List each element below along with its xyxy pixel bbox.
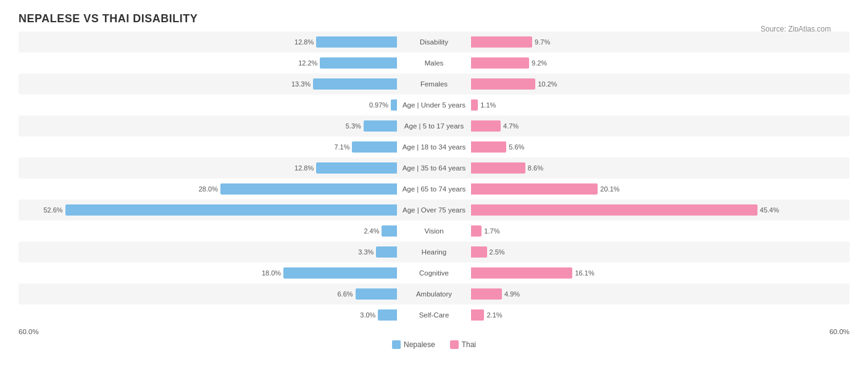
left-bar-wrap: 0.97%: [19, 99, 397, 111]
left-bar: [382, 225, 397, 237]
left-value: 52.6%: [43, 206, 62, 214]
left-side: 13.3%: [19, 78, 397, 90]
table-row: 7.1% Age | 18 to 34 years 5.6%: [19, 136, 849, 158]
left-side: 12.8%: [19, 36, 397, 48]
left-bar-wrap: 3.3%: [19, 246, 397, 258]
left-bar-wrap: 12.8%: [19, 162, 397, 174]
left-value: 7.1%: [334, 143, 349, 151]
right-value: 8.6%: [528, 164, 543, 172]
right-side: 16.1%: [471, 267, 849, 279]
right-bar-wrap: 10.2%: [471, 78, 849, 90]
left-bar-wrap: 7.1%: [19, 141, 397, 153]
row-label: Age | Under 5 years: [397, 101, 471, 109]
right-bar: [471, 57, 529, 69]
right-value: 16.1%: [575, 269, 594, 277]
right-bar-wrap: 2.1%: [471, 309, 849, 321]
right-bar: [471, 309, 484, 321]
left-bar: [320, 57, 397, 69]
left-bar-wrap: 2.4%: [19, 225, 397, 237]
table-row: 18.0% Cognitive 16.1%: [19, 262, 849, 284]
row-inner: 28.0% Age | 65 to 74 years 20.1%: [19, 181, 849, 197]
row-inner: 6.6% Ambulatory 4.9%: [19, 286, 849, 302]
right-bar-wrap: 4.7%: [471, 120, 849, 132]
legend-thai: Thai: [450, 340, 476, 349]
row-inner: 12.8% Age | 35 to 64 years 8.6%: [19, 160, 849, 176]
right-bar: [471, 267, 572, 279]
row-inner: 0.97% Age | Under 5 years 1.1%: [19, 97, 849, 113]
row-label: Hearing: [397, 248, 471, 256]
table-row: 12.2% Males 9.2%: [19, 52, 849, 74]
right-side: 9.7%: [471, 36, 849, 48]
left-bar: [378, 309, 397, 321]
row-label: Ambulatory: [397, 290, 471, 298]
table-row: 6.6% Ambulatory 4.9%: [19, 284, 849, 304]
table-row: 0.97% Age | Under 5 years 1.1%: [19, 94, 849, 116]
left-bar: [356, 288, 397, 300]
row-label: Age | Over 75 years: [397, 206, 471, 214]
axis-right: 60.0%: [829, 328, 849, 335]
legend-thai-box: [450, 340, 459, 349]
left-bar: [364, 120, 397, 132]
table-row: 5.3% Age | 5 to 17 years 4.7%: [19, 116, 849, 136]
left-bar: [316, 162, 397, 174]
left-bar: [352, 141, 397, 153]
axis-labels: 60.0% 60.0%: [19, 328, 849, 335]
right-side: 1.1%: [471, 99, 849, 111]
row-inner: 52.6% Age | Over 75 years 45.4%: [19, 202, 849, 218]
table-row: 12.8% Disability 9.7%: [19, 32, 849, 52]
left-value: 5.3%: [346, 122, 361, 130]
table-row: 13.3% Females 10.2%: [19, 74, 849, 94]
row-inner: 5.3% Age | 5 to 17 years 4.7%: [19, 118, 849, 134]
right-bar: [471, 204, 757, 216]
right-value: 9.2%: [532, 59, 547, 67]
legend-thai-label: Thai: [462, 340, 476, 349]
right-bar: [471, 141, 506, 153]
left-side: 3.0%: [19, 309, 397, 321]
left-bar: [376, 246, 397, 258]
axis-left: 60.0%: [19, 328, 39, 335]
row-inner: 18.0% Cognitive 16.1%: [19, 265, 849, 281]
chart-title: NEPALESE VS THAI DISABILITY: [19, 12, 849, 25]
row-label: Cognitive: [397, 269, 471, 277]
left-value: 0.97%: [369, 101, 388, 109]
right-bar-wrap: 2.5%: [471, 246, 849, 258]
left-bar-wrap: 3.0%: [19, 309, 397, 321]
row-label: Age | 5 to 17 years: [397, 122, 471, 130]
table-row: 3.0% Self-Care 2.1%: [19, 304, 849, 326]
right-side: 2.1%: [471, 309, 849, 321]
right-bar: [471, 162, 525, 174]
right-side: 4.9%: [471, 288, 849, 300]
row-label: Age | 65 to 74 years: [397, 185, 471, 193]
right-bar-wrap: 5.6%: [471, 141, 849, 153]
row-label: Disability: [397, 38, 471, 46]
row-inner: 12.2% Males 9.2%: [19, 55, 849, 71]
left-value: 12.8%: [294, 164, 314, 172]
left-value: 3.3%: [358, 248, 373, 256]
left-side: 5.3%: [19, 120, 397, 132]
row-inner: 7.1% Age | 18 to 34 years 5.6%: [19, 139, 849, 155]
right-value: 1.1%: [480, 101, 496, 109]
left-value: 2.4%: [364, 227, 379, 235]
legend-nepalese: Nepalese: [392, 340, 435, 349]
right-value: 5.6%: [509, 143, 524, 151]
left-side: 6.6%: [19, 288, 397, 300]
left-value: 6.6%: [338, 290, 353, 298]
right-bar: [471, 120, 501, 132]
table-row: 28.0% Age | 65 to 74 years 20.1%: [19, 178, 849, 200]
right-bar: [471, 183, 598, 195]
left-bar: [283, 267, 397, 279]
left-bar: [313, 78, 397, 90]
right-side: 20.1%: [471, 183, 849, 195]
right-side: 4.7%: [471, 120, 849, 132]
table-row: 52.6% Age | Over 75 years 45.4%: [19, 200, 849, 220]
right-bar-wrap: 9.7%: [471, 36, 849, 48]
right-bar-wrap: 8.6%: [471, 162, 849, 174]
left-value: 18.0%: [262, 269, 281, 277]
left-bar-wrap: 13.3%: [19, 78, 397, 90]
row-label: Males: [397, 59, 471, 67]
table-row: 2.4% Vision 1.7%: [19, 220, 849, 242]
left-side: 7.1%: [19, 141, 397, 153]
left-side: 2.4%: [19, 225, 397, 237]
left-value: 12.8%: [294, 38, 314, 46]
left-bar: [65, 204, 397, 216]
